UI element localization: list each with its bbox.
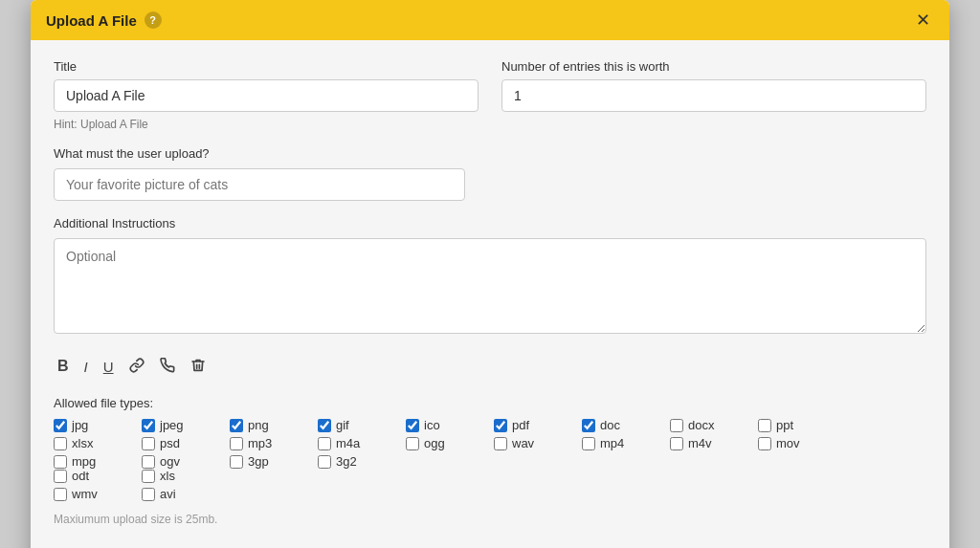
file-type-col: jpgxlsxmpg	[54, 418, 130, 469]
file-type-col: xlsavi	[142, 469, 218, 501]
label-mp4: mp4	[600, 436, 624, 450]
bold-button[interactable]: B	[54, 357, 73, 376]
checkbox-mpg[interactable]	[54, 455, 67, 469]
label-mp3: mp3	[248, 436, 272, 450]
file-type-col: pptmov	[758, 418, 835, 469]
label-png: png	[248, 418, 269, 432]
allowed-types-label: Allowed file types:	[54, 396, 926, 410]
close-button[interactable]: ✕	[912, 10, 934, 31]
checkbox-jpg[interactable]	[54, 419, 67, 432]
list-item: jpg	[54, 418, 130, 432]
file-type-col: pngmp33gp	[230, 418, 306, 469]
label-xlsx: xlsx	[72, 436, 93, 450]
label-ppt: ppt	[776, 418, 793, 432]
modal-header-left: Upload A File ?	[46, 11, 162, 29]
checkbox-mov[interactable]	[758, 437, 771, 450]
checkbox-pdf[interactable]	[494, 419, 507, 432]
modal-title: Upload A File	[46, 12, 137, 29]
list-item: mov	[758, 436, 835, 450]
underline-button[interactable]: U	[100, 358, 118, 376]
checkbox-avi[interactable]	[142, 488, 155, 501]
list-item: 3g2	[318, 454, 394, 469]
modal-body: Title Hint: Upload A File Number of entr…	[31, 40, 949, 548]
upload-prompt-section: What must the user upload?	[54, 146, 926, 201]
editor-toolbar: B I U	[54, 348, 926, 384]
list-item: ogv	[142, 454, 218, 469]
list-item: xls	[142, 469, 218, 483]
list-item: jpeg	[142, 418, 218, 432]
checkbox-ppt[interactable]	[758, 419, 771, 432]
title-input[interactable]	[54, 79, 479, 112]
entries-input[interactable]	[501, 79, 926, 112]
file-type-col: pdfwav	[494, 418, 570, 469]
link-button[interactable]	[125, 356, 148, 377]
checkbox-doc[interactable]	[582, 419, 595, 432]
label-doc: doc	[600, 418, 620, 432]
label-mov: mov	[776, 436, 800, 450]
checkbox-xls[interactable]	[142, 470, 155, 483]
modal-header: Upload A File ? ✕	[31, 0, 949, 40]
phone-button[interactable]	[156, 356, 179, 377]
label-m4v: m4v	[688, 436, 712, 450]
checkbox-psd[interactable]	[142, 437, 155, 450]
label-odt: odt	[72, 469, 89, 483]
textarea-wrapper	[54, 238, 926, 337]
checkbox-jpeg[interactable]	[142, 419, 155, 432]
checkbox-mp4[interactable]	[582, 437, 595, 450]
checkbox-wmv[interactable]	[54, 488, 67, 501]
label-psd: psd	[160, 436, 180, 450]
list-item: wav	[494, 436, 570, 450]
upload-file-modal: Upload A File ? ✕ Title Hint: Upload A F…	[31, 0, 949, 548]
upload-prompt-input[interactable]	[54, 168, 465, 201]
label-ico: ico	[424, 418, 440, 432]
trash-button[interactable]	[187, 356, 210, 377]
checkbox-odt[interactable]	[54, 470, 67, 483]
list-item: mp3	[230, 436, 306, 450]
checkbox-m4a[interactable]	[318, 437, 331, 450]
label-mpg: mpg	[72, 454, 96, 469]
label-gif: gif	[336, 418, 349, 432]
file-type-col: docxm4v	[670, 418, 746, 469]
checkbox-m4v[interactable]	[670, 437, 683, 450]
label-avi: avi	[160, 487, 176, 501]
checkbox-wav[interactable]	[494, 437, 507, 450]
list-item: avi	[142, 487, 218, 501]
title-group: Title Hint: Upload A File	[54, 59, 479, 131]
checkbox-3gp[interactable]	[230, 455, 243, 469]
help-icon[interactable]: ?	[145, 11, 162, 29]
checkbox-mp3[interactable]	[230, 437, 243, 450]
list-item: 3gp	[230, 454, 306, 469]
list-item: psd	[142, 436, 218, 450]
allowed-types-section: Allowed file types: jpgxlsxmpgjpegpsdogv…	[54, 396, 926, 501]
list-item: odt	[54, 469, 130, 483]
label-ogv: ogv	[160, 454, 180, 469]
list-item: wmv	[54, 487, 130, 501]
additional-textarea[interactable]	[54, 238, 926, 334]
list-item: pdf	[494, 418, 570, 432]
label-3g2: 3g2	[336, 454, 357, 469]
checkbox-ogv[interactable]	[142, 455, 155, 469]
checkbox-png[interactable]	[230, 419, 243, 432]
label-3gp: 3gp	[248, 454, 269, 469]
label-jpg: jpg	[72, 418, 88, 432]
italic-button[interactable]: I	[80, 358, 92, 376]
list-item: png	[230, 418, 306, 432]
list-item: mp4	[582, 436, 658, 450]
file-type-col: icoogg	[406, 418, 482, 469]
checkbox-xlsx[interactable]	[54, 437, 67, 450]
file-type-col: jpegpsdogv	[142, 418, 218, 469]
list-item: ppt	[758, 418, 835, 432]
checkbox-docx[interactable]	[670, 419, 683, 432]
list-item: docx	[670, 418, 746, 432]
label-wmv: wmv	[72, 487, 98, 501]
entries-label: Number of entries this is worth	[501, 59, 926, 74]
checkbox-gif[interactable]	[318, 419, 331, 432]
title-entries-row: Title Hint: Upload A File Number of entr…	[54, 59, 926, 131]
label-ogg: ogg	[424, 436, 445, 450]
entries-group: Number of entries this is worth	[501, 59, 926, 131]
list-item: gif	[318, 418, 394, 432]
checkbox-ico[interactable]	[406, 419, 419, 432]
checkbox-ogg[interactable]	[406, 437, 419, 450]
checkbox-3g2[interactable]	[318, 455, 331, 469]
file-type-col: docmp4	[582, 418, 658, 469]
